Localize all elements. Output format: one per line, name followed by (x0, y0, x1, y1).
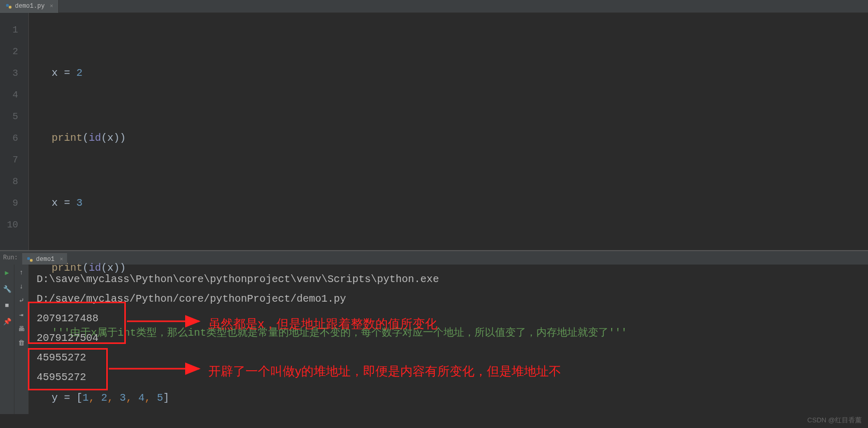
wrench-icon[interactable]: 🔧 (3, 285, 11, 293)
annotation-text-1: 虽然都是x，但是地址跟着整数的值所变化 (208, 314, 437, 334)
console-line: D:/save/myclass/Python/core/pythonProjec… (37, 289, 860, 309)
arrow-down-icon[interactable]: ↓ (20, 283, 24, 290)
console-line: D:\save\myclass\Python\core\pythonprojec… (37, 270, 860, 289)
run-tab[interactable]: demo1 × (22, 253, 68, 265)
console-output-value: 2079127504 (37, 328, 860, 348)
line-number: 8 (0, 171, 18, 192)
line-number: 1 (0, 19, 18, 41)
trash-icon[interactable]: 🗑 (18, 339, 25, 347)
print-icon[interactable]: 🖶 (18, 325, 25, 333)
tab-filename: demo1.py (15, 3, 45, 10)
python-file-icon (5, 3, 12, 10)
python-file-icon (26, 256, 34, 263)
line-number: 10 (0, 214, 18, 236)
wrap-icon[interactable]: ⤶ (19, 297, 24, 305)
run-icon[interactable]: ▶ (5, 269, 9, 277)
console-output-value: 2079127488 (37, 309, 860, 328)
line-number: 7 (0, 149, 18, 171)
line-number: 6 (0, 127, 18, 149)
code-line: print(id(x)) (52, 127, 868, 149)
run-toolbar-left: ▶ 🔧 ■ 📌 (0, 265, 14, 414)
svg-rect-3 (30, 259, 32, 261)
run-tab-name: demo1 (36, 256, 55, 263)
close-icon[interactable]: × (50, 3, 54, 9)
watermark: CSDN @红目香薰 (807, 416, 862, 425)
editor-tab-demo1[interactable]: demo1.py × (0, 0, 59, 13)
console-output[interactable]: D:\save\myclass\Python\core\pythonprojec… (29, 265, 868, 414)
svg-rect-1 (9, 6, 11, 8)
line-number: 2 (0, 41, 18, 62)
annotation-text-2: 开辟了一个叫做y的堆地址，即便是内容有所变化，但是堆地址不 (208, 361, 561, 381)
pin-icon[interactable]: 📌 (3, 318, 11, 326)
code-line: x = 2 (52, 62, 868, 84)
run-body: ▶ 🔧 ■ 📌 ↑ ↓ ⤶ ⇥ 🖶 🗑 D:\save\myclass\Pyth… (0, 265, 868, 414)
code-editor[interactable]: 1 2 3 4 5 6 7 8 9 10 x = 2 print(id(x)) … (0, 13, 868, 250)
run-toolbar-2: ↑ ↓ ⤶ ⇥ 🖶 🗑 (14, 265, 29, 414)
code-line: x = 3 (52, 192, 868, 214)
code-content[interactable]: x = 2 print(id(x)) x = 3 print(id(x)) ''… (44, 13, 868, 250)
scroll-icon[interactable]: ⇥ (20, 311, 24, 319)
gutter-divider (28, 13, 44, 250)
run-panel: Run: demo1 × ▶ 🔧 ■ 📌 ↑ ↓ ⤶ ⇥ 🖶 🗑 D:\save… (0, 250, 868, 414)
svg-rect-2 (27, 257, 30, 259)
arrow-up-icon[interactable]: ↑ (20, 269, 24, 276)
svg-rect-0 (6, 4, 9, 7)
editor-tab-bar: demo1.py × (0, 0, 868, 13)
line-gutter: 1 2 3 4 5 6 7 8 9 10 (0, 13, 28, 250)
line-number: 4 (0, 84, 18, 106)
stop-icon[interactable]: ■ (5, 302, 9, 309)
line-number: 3 (0, 62, 18, 84)
line-number: 5 (0, 106, 18, 127)
line-number: 9 (0, 192, 18, 214)
run-label: Run: (2, 254, 18, 261)
close-icon[interactable]: × (60, 256, 63, 262)
